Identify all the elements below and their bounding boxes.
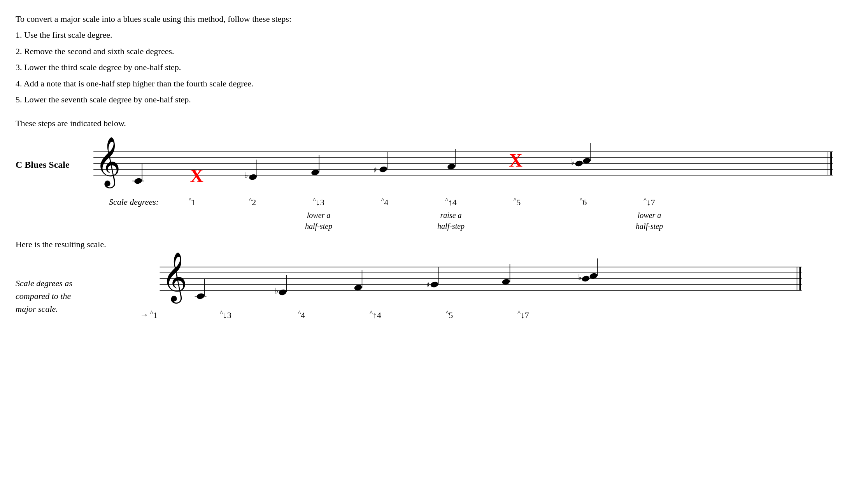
step-5: 5. Lower the seventh scale degree by one… (16, 92, 852, 107)
bottom-label: Scale degrees ascompared to themajor sca… (16, 253, 109, 315)
blues-scale-staff: 𝄞 X ♭ ♯ (74, 136, 852, 191)
degree-5: ^5 (484, 196, 550, 207)
degree-7: ^↓7 lower ahalf-step (616, 196, 682, 231)
svg-point-24 (574, 160, 583, 167)
degree-3: ^↓3 lower ahalf-step (286, 196, 352, 231)
bottom-degree-sharp4: ^↑4 (338, 309, 412, 320)
resulting-scale-staff: 𝄞 ♭ ♯ ♭ (109, 253, 852, 304)
degree-2: ^2 (219, 196, 286, 207)
bottom-degree-1-with-arrow: → ^1 (140, 309, 187, 320)
staff-wrapper: 𝄞 X ♭ ♯ (74, 136, 852, 193)
step-2: 2. Remove the second and sixth scale deg… (16, 44, 852, 58)
svg-text:♯: ♯ (374, 166, 377, 174)
bottom-degree-7: ^↓7 (486, 309, 560, 320)
svg-text:♭: ♭ (571, 158, 575, 166)
svg-text:𝄞: 𝄞 (95, 137, 121, 189)
blues-scale-section: C Blues Scale 𝄞 (16, 136, 852, 231)
degree-sharp4: ^↑4 raise ahalf-step (418, 196, 484, 231)
instructions-block: To convert a major scale into a blues sc… (16, 12, 852, 107)
bottom-degree-3: ^↓3 (187, 309, 265, 320)
bottom-staff-wrapper: 𝄞 ♭ ♯ ♭ (109, 253, 852, 320)
scale-degrees-row: Scale degrees: ^1 ^2 ^↓3 lower ahalf-ste… (16, 196, 852, 231)
step-3: 3. Lower the third scale degree by one-h… (16, 60, 852, 74)
svg-point-44 (430, 281, 439, 288)
scale-label: C Blues Scale (16, 160, 70, 170)
svg-point-18 (379, 166, 388, 173)
bottom-degrees-row: → ^1 ^↓3 ^4 ^↑4 ^5 ^↓7 (109, 309, 852, 320)
step-1: 1. Use the first scale degree. (16, 28, 852, 42)
svg-text:♭: ♭ (578, 273, 582, 281)
svg-point-9 (133, 177, 142, 185)
svg-text:𝄞: 𝄞 (162, 253, 187, 304)
scale-degrees-label: Scale degrees: (109, 196, 159, 207)
svg-text:♭: ♭ (275, 286, 278, 295)
bottom-degree-4: ^4 (265, 309, 338, 320)
steps-indicated-text: These steps are indicated below. (16, 118, 852, 128)
svg-point-49 (581, 275, 590, 282)
degree-6: ^6 (550, 196, 616, 207)
bottom-section: Scale degrees ascompared to themajor sca… (16, 253, 852, 320)
staff-container: C Blues Scale 𝄞 (16, 136, 852, 193)
svg-text:X: X (190, 165, 203, 186)
degree-1: ^1 (165, 196, 219, 207)
step-4: 4. Add a note that is one-half step high… (16, 76, 852, 91)
intro-text: To convert a major scale into a blues sc… (16, 12, 852, 26)
steps-indicated: These steps are indicated below. (16, 118, 852, 128)
degree-4: ^4 (352, 196, 418, 207)
svg-point-36 (196, 292, 205, 300)
svg-text:♯: ♯ (426, 281, 430, 289)
here-is-label: Here is the resulting scale. (16, 239, 852, 250)
bottom-degree-5: ^5 (412, 309, 486, 320)
svg-text:♭: ♭ (244, 171, 248, 179)
svg-text:X: X (509, 150, 523, 170)
svg-point-39 (278, 288, 287, 296)
svg-point-13 (248, 174, 257, 181)
